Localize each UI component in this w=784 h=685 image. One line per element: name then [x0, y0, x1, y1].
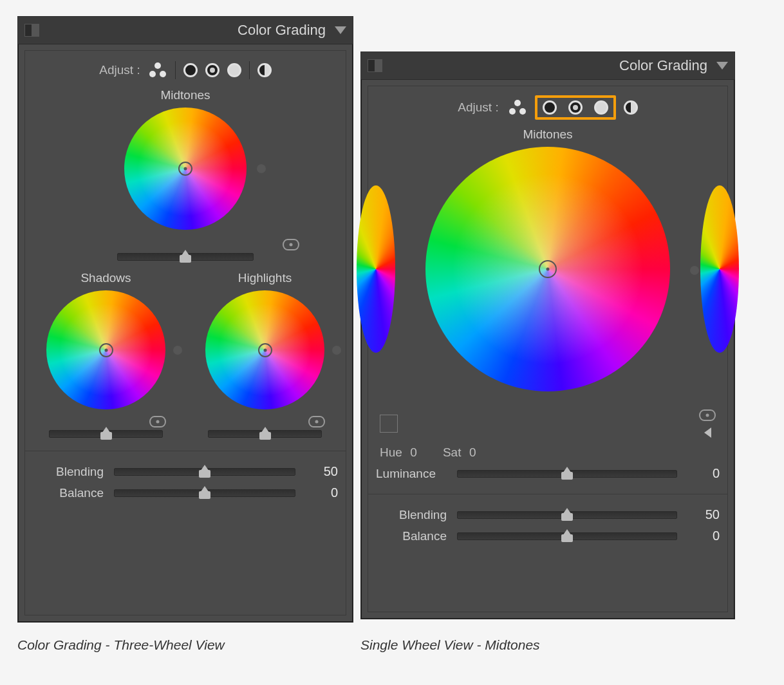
- next-wheel-peek[interactable]: [700, 185, 739, 353]
- balance-slider[interactable]: [457, 532, 677, 540]
- panel-grip-icon: [368, 59, 382, 72]
- balance-value: 0: [687, 529, 720, 543]
- panel-body: Adjust : Midtones: [24, 50, 346, 615]
- visibility-eye-icon[interactable]: [308, 416, 325, 427]
- shadows-wheel-group: Shadows: [33, 267, 179, 438]
- highlights-wheel-group: Highlights: [192, 267, 338, 438]
- shadows-view-icon[interactable]: [543, 100, 557, 115]
- color-swatch[interactable]: [380, 415, 398, 433]
- blending-slider[interactable]: [114, 468, 295, 476]
- midtones-color-wheel[interactable]: [124, 108, 247, 230]
- shadows-label: Shadows: [80, 271, 131, 285]
- highlights-luminance-slider[interactable]: [208, 430, 322, 438]
- midtones-wheel-group: [376, 147, 720, 398]
- divider: [25, 451, 346, 451]
- shadows-view-icon[interactable]: [183, 63, 198, 77]
- wheel-center-handle[interactable]: [539, 260, 557, 278]
- blending-slider[interactable]: [457, 511, 677, 519]
- blending-row: Blending 50: [376, 507, 720, 522]
- midtones-label: Midtones: [33, 88, 338, 102]
- midtones-luminance-slider[interactable]: [117, 253, 254, 261]
- collapse-left-icon[interactable]: [704, 427, 711, 438]
- balance-row: Balance 0: [33, 485, 338, 500]
- balance-value: 0: [306, 485, 338, 500]
- three-wheel-view-icon[interactable]: [508, 100, 527, 115]
- saturation-handle[interactable]: [173, 346, 182, 355]
- three-wheel-view-icon[interactable]: [148, 62, 167, 78]
- panel-title: Color Grading: [619, 57, 707, 74]
- hue-readout: Hue 0: [380, 446, 417, 460]
- sat-readout: Sat 0: [443, 446, 476, 460]
- visibility-eye-icon[interactable]: [699, 409, 716, 421]
- blending-row: Blending 50: [33, 464, 338, 479]
- highlights-view-icon[interactable]: [227, 63, 241, 77]
- midtones-view-icon[interactable]: [205, 63, 219, 77]
- blending-label: Blending: [376, 508, 447, 522]
- highlights-view-icon[interactable]: [594, 100, 608, 115]
- caption-right: Single Wheel View - Midtones: [360, 637, 540, 653]
- wheel-center-handle[interactable]: [178, 162, 192, 176]
- slider-knob[interactable]: [100, 427, 112, 440]
- luminance-label: Luminance: [376, 467, 447, 481]
- prev-wheel-peek[interactable]: [357, 185, 395, 353]
- panel-grip-icon: [24, 24, 39, 37]
- slider-knob[interactable]: [561, 529, 573, 542]
- slider-knob[interactable]: [180, 250, 191, 263]
- shadows-color-wheel[interactable]: [46, 290, 165, 409]
- slider-knob[interactable]: [561, 467, 573, 480]
- slider-knob[interactable]: [561, 508, 573, 521]
- visibility-eye-icon[interactable]: [283, 239, 299, 250]
- separator: [249, 61, 250, 79]
- luminance-value: 0: [687, 466, 720, 481]
- global-view-icon[interactable]: [257, 63, 272, 77]
- balance-row: Balance 0: [376, 529, 720, 543]
- luminance-slider[interactable]: [457, 470, 677, 478]
- midtones-wheel-group: [33, 108, 338, 261]
- midtones-label: Midtones: [376, 127, 720, 142]
- balance-slider[interactable]: [114, 489, 295, 497]
- divider: [368, 494, 727, 494]
- adjust-label: Adjust :: [99, 63, 140, 77]
- balance-label: Balance: [33, 486, 104, 500]
- color-grading-panel-three-wheel: Color Grading Adjust : Midtones: [17, 16, 353, 623]
- figure: { "left": { "title": "Color Grading", "a…: [0, 0, 784, 685]
- blending-value: 50: [687, 507, 720, 522]
- panel-title: Color Grading: [238, 22, 326, 39]
- blending-label: Blending: [33, 465, 104, 479]
- highlights-label: Highlights: [238, 271, 292, 285]
- color-grading-panel-single-wheel: Color Grading Adjust : Midtones: [360, 52, 735, 619]
- adjust-mode-row: Adjust :: [33, 61, 338, 79]
- balance-label: Balance: [376, 529, 447, 543]
- adjust-mode-row: Adjust :: [376, 97, 720, 118]
- panel-titlebar: Color Grading: [361, 52, 734, 80]
- global-view-icon[interactable]: [624, 100, 638, 115]
- saturation-handle[interactable]: [332, 346, 341, 355]
- visibility-eye-icon[interactable]: [149, 416, 166, 427]
- saturation-handle[interactable]: [257, 164, 266, 173]
- shadows-luminance-slider[interactable]: [49, 430, 163, 438]
- collapse-triangle-icon[interactable]: [335, 26, 346, 34]
- adjust-label: Adjust :: [458, 100, 498, 115]
- slider-knob[interactable]: [199, 486, 210, 499]
- luminance-row: Luminance 0: [376, 466, 720, 481]
- wheel-center-handle[interactable]: [258, 343, 272, 357]
- slider-knob[interactable]: [259, 427, 271, 440]
- midtones-view-icon[interactable]: [568, 100, 583, 115]
- panel-titlebar: Color Grading: [18, 17, 353, 44]
- slider-knob[interactable]: [199, 465, 210, 478]
- hue-sat-readout: Hue 0 Sat 0: [380, 446, 720, 460]
- collapse-triangle-icon[interactable]: [716, 62, 728, 70]
- panel-body: Adjust : Midtones: [368, 86, 728, 612]
- separator: [175, 61, 176, 79]
- saturation-handle[interactable]: [690, 266, 699, 275]
- highlights-color-wheel[interactable]: [205, 290, 324, 409]
- midtones-color-wheel[interactable]: [425, 147, 670, 391]
- wheel-center-handle[interactable]: [99, 343, 113, 357]
- wheel-controls-row: [376, 409, 720, 438]
- blending-value: 50: [306, 464, 338, 479]
- caption-left: Color Grading - Three-Wheel View: [17, 637, 225, 653]
